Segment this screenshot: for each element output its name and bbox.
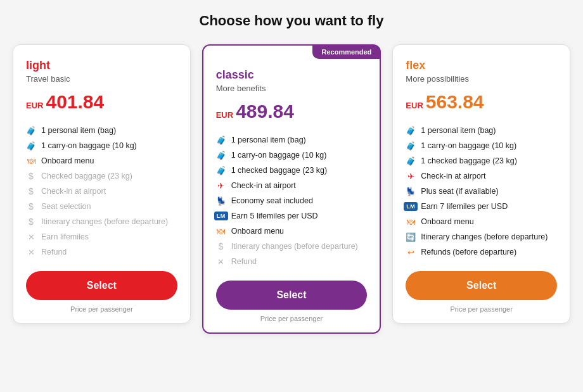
feature-item-flex-2: 🧳 1 checked baggage (23 kg)	[406, 153, 557, 168]
feature-item-light-3: $ Checked baggage (23 kg)	[26, 168, 177, 184]
feature-text-light-7: Earn lifemiles	[41, 232, 89, 241]
feature-icon-flex-1: 🧳	[406, 141, 416, 151]
feature-icon-classic-6: 🍽	[216, 226, 226, 236]
price-amount-classic: 489.84	[236, 101, 294, 122]
feature-item-light-8: ✕ Refund	[26, 244, 177, 260]
recommended-badge: Recommended	[312, 45, 380, 59]
feature-icon-classic-2: 🧳	[216, 165, 226, 175]
feature-text-light-3: Checked baggage (23 kg)	[41, 172, 132, 180]
feature-text-classic-1: 1 carry-on baggage (10 kg)	[231, 151, 327, 160]
feature-text-classic-3: Check-in at airport	[231, 181, 296, 190]
feature-item-flex-7: 🔄 Itinerary changes (before departure)	[406, 229, 557, 244]
plan-name-flex: flex	[406, 59, 557, 72]
feature-text-classic-5: Earn 5 lifemiles per USD	[231, 212, 318, 220]
feature-icon-light-3: $	[26, 171, 36, 181]
feature-icon-flex-7: 🔄	[406, 232, 416, 242]
feature-item-flex-3: ✈ Check-in at airport	[406, 168, 557, 184]
price-row-light: EUR 401.84	[26, 91, 177, 113]
select-button-flex[interactable]: Select	[406, 271, 557, 300]
page-title: Choose how you want to fly	[200, 13, 384, 29]
feature-text-flex-8: Refunds (before departure)	[421, 248, 516, 256]
feature-text-flex-3: Check-in at airport	[421, 172, 485, 180]
feature-icon-classic-7: $	[216, 241, 226, 251]
feature-icon-light-6: $	[26, 217, 36, 227]
feature-icon-classic-5: LM	[216, 211, 226, 221]
feature-icon-flex-8: ↩	[406, 247, 416, 257]
feature-text-classic-6: Onboard menu	[231, 227, 284, 236]
feature-item-classic-3: ✈ Check-in at airport	[216, 178, 368, 193]
feature-item-classic-4: 💺 Economy seat included	[216, 193, 368, 208]
price-currency-light: EUR	[26, 101, 43, 110]
feature-item-classic-0: 🧳 1 personal item (bag)	[216, 132, 368, 148]
feature-icon-classic-1: 🧳	[216, 150, 226, 160]
feature-text-light-0: 1 personal item (bag)	[41, 126, 116, 135]
feature-text-light-8: Refund	[41, 248, 67, 256]
feature-item-flex-0: 🧳 1 personal item (bag)	[406, 123, 557, 138]
feature-icon-light-4: $	[26, 186, 36, 196]
feature-icon-classic-3: ✈	[216, 180, 226, 191]
feature-icon-flex-0: 🧳	[406, 125, 416, 136]
price-row-classic: EUR 489.84	[216, 101, 368, 122]
price-per-passenger-flex: Price per passenger	[406, 305, 557, 313]
card-light: lightTravel basic EUR 401.84 🧳 1 persona…	[13, 44, 191, 324]
feature-item-light-0: 🧳 1 personal item (bag)	[26, 123, 177, 138]
feature-text-flex-5: Earn 7 lifemiles per USD	[421, 202, 508, 211]
feature-item-light-6: $ Itinerary changes (before departure)	[26, 214, 177, 229]
features-list-classic: 🧳 1 personal item (bag) 🧳 1 carry-on bag…	[216, 132, 368, 269]
feature-text-classic-2: 1 checked baggage (23 kg)	[231, 166, 328, 175]
feature-text-flex-2: 1 checked baggage (23 kg)	[421, 156, 517, 165]
features-list-light: 🧳 1 personal item (bag) 🧳 1 carry-on bag…	[26, 123, 177, 260]
feature-icon-flex-5: LM	[406, 201, 416, 212]
plan-name-light: light	[26, 59, 177, 72]
feature-text-light-6: Itinerary changes (before departure)	[41, 217, 168, 226]
feature-icon-flex-3: ✈	[406, 171, 416, 181]
feature-item-classic-5: LM Earn 5 lifemiles per USD	[216, 208, 368, 224]
feature-item-flex-4: 💺 Plus seat (if available)	[406, 184, 557, 199]
feature-icon-classic-0: 🧳	[216, 135, 226, 145]
feature-item-classic-1: 🧳 1 carry-on baggage (10 kg)	[216, 148, 368, 163]
cards-container: lightTravel basic EUR 401.84 🧳 1 persona…	[13, 44, 570, 334]
feature-text-flex-4: Plus seat (if available)	[421, 187, 498, 196]
feature-icon-flex-4: 💺	[406, 186, 416, 196]
feature-text-classic-4: Economy seat included	[231, 196, 313, 205]
feature-item-classic-7: $ Itinerary changes (before departure)	[216, 239, 368, 254]
feature-icon-light-7: ✕	[26, 232, 36, 242]
price-amount-flex: 563.84	[426, 91, 484, 113]
feature-icon-flex-2: 🧳	[406, 156, 416, 166]
feature-text-classic-8: Refund	[231, 257, 257, 266]
feature-icon-light-2: 🍽	[26, 156, 36, 166]
feature-item-light-2: 🍽 Onboard menu	[26, 153, 177, 168]
feature-item-flex-8: ↩ Refunds (before departure)	[406, 244, 557, 260]
feature-item-classic-8: ✕ Refund	[216, 254, 368, 269]
feature-icon-light-0: 🧳	[26, 125, 36, 136]
price-per-passenger-classic: Price per passenger	[216, 315, 368, 322]
price-currency-classic: EUR	[216, 110, 233, 120]
feature-text-light-1: 1 carry-on baggage (10 kg)	[41, 141, 137, 150]
feature-text-light-2: Onboard menu	[41, 156, 94, 165]
feature-text-classic-0: 1 personal item (bag)	[231, 136, 306, 144]
feature-item-flex-6: 🍽 Onboard menu	[406, 214, 557, 229]
feature-item-light-4: $ Check-in at airport	[26, 184, 177, 199]
feature-item-light-7: ✕ Earn lifemiles	[26, 229, 177, 244]
feature-item-light-5: $ Seat selection	[26, 199, 177, 214]
features-list-flex: 🧳 1 personal item (bag) 🧳 1 carry-on bag…	[406, 123, 557, 260]
plan-subtitle-flex: More possibilities	[406, 74, 557, 84]
feature-item-classic-6: 🍽 Onboard menu	[216, 224, 368, 239]
select-button-light[interactable]: Select	[26, 271, 177, 300]
price-currency-flex: EUR	[406, 101, 423, 110]
plan-name-classic: classic	[216, 68, 368, 82]
feature-text-flex-6: Onboard menu	[421, 217, 473, 226]
plan-subtitle-classic: More benefits	[216, 84, 368, 93]
feature-text-flex-1: 1 carry-on baggage (10 kg)	[421, 141, 516, 150]
price-amount-light: 401.84	[46, 91, 104, 113]
plan-subtitle-light: Travel basic	[26, 74, 177, 84]
feature-text-light-4: Check-in at airport	[41, 187, 106, 196]
feature-icon-flex-6: 🍽	[406, 217, 416, 227]
card-flex: flexMore possibilities EUR 563.84 🧳 1 pe…	[392, 44, 570, 324]
feature-item-light-1: 🧳 1 carry-on baggage (10 kg)	[26, 138, 177, 153]
select-button-classic[interactable]: Select	[216, 281, 368, 310]
feature-item-flex-1: 🧳 1 carry-on baggage (10 kg)	[406, 138, 557, 153]
feature-icon-classic-8: ✕	[216, 256, 226, 267]
feature-icon-light-1: 🧳	[26, 141, 36, 151]
price-per-passenger-light: Price per passenger	[26, 305, 177, 313]
